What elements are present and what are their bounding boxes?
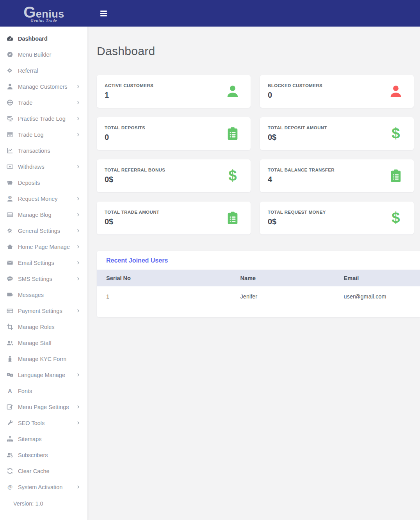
- stat-card-total-trade-amount: TOTAL TRADE AMOUNT0$: [97, 202, 251, 234]
- compass-icon: [6, 51, 14, 58]
- clipboard-icon: [388, 168, 404, 184]
- sidebar-item-practise-trade-log[interactable]: Practise Trade Log: [0, 111, 87, 127]
- sidebar-item-manage-blog[interactable]: Manage Blog: [0, 207, 87, 223]
- sidebar-item-label: Home Page Manage: [18, 244, 70, 250]
- sidebar-item-menu-builder[interactable]: Menu Builder: [0, 46, 87, 63]
- crop-icon: [6, 323, 14, 331]
- sidebar-item-manage-kyc-form[interactable]: Manage KYC Form: [0, 351, 87, 367]
- stat-value: 0$: [105, 217, 159, 226]
- stat-card-total-deposits: TOTAL DEPOSITS0: [97, 117, 251, 150]
- sidebar-item-manage-roles[interactable]: Manage Roles: [0, 319, 87, 335]
- chevron-right-icon: [76, 421, 80, 425]
- sidebar-item-label: Sitemaps: [18, 436, 41, 442]
- stat-label: ACTIVE CUSTOMERS: [105, 83, 153, 88]
- edit-icon: [6, 403, 14, 411]
- stat-card-total-request-money: TOTAL REQUEST MONEY0$: [260, 202, 414, 234]
- sidebar-item-general-settings[interactable]: General Settings: [0, 223, 87, 239]
- sidebar-item-referral[interactable]: Referral: [0, 63, 87, 79]
- globe-icon: [6, 99, 14, 106]
- dollar-icon: [225, 168, 240, 184]
- sidebar-item-withdraws[interactable]: Withdraws: [0, 159, 87, 175]
- dollar-icon: [388, 210, 404, 226]
- sidebar-item-payment-settings[interactable]: Payment Settings: [0, 303, 87, 319]
- version-label: Version: 1.0: [0, 495, 87, 507]
- sidebar-item-label: Manage Customers: [18, 84, 68, 90]
- brand-logo[interactable]: Genius Genius Trade: [0, 4, 88, 23]
- sidebar-item-manage-staff[interactable]: Manage Staff: [0, 335, 87, 351]
- sidebar-item-dashboard[interactable]: Dashboard: [0, 30, 87, 46]
- stat-info: TOTAL DEPOSIT AMOUNT0$: [268, 125, 327, 142]
- mail-check-icon: [6, 291, 14, 298]
- chevron-right-icon: [76, 100, 80, 105]
- stat-info: TOTAL DEPOSITS0: [105, 125, 145, 142]
- sidebar-item-messages[interactable]: Messages: [0, 287, 87, 303]
- money-bill-icon: [6, 163, 14, 170]
- stat-label: BLOCKED CUSTOMERS: [268, 83, 322, 88]
- sidebar-item-subscribers[interactable]: Subscribers: [0, 447, 87, 463]
- sidebar-item-label: SEO Tools: [18, 420, 44, 426]
- table-body: 1Jeniferuser@gmail.com: [97, 286, 420, 307]
- chevron-right-icon: [76, 213, 80, 217]
- chart-line-icon: [6, 147, 14, 154]
- sidebar-item-label: Referral: [18, 68, 38, 74]
- sidebar-item-seo-tools[interactable]: SEO Tools: [0, 415, 87, 431]
- sidebar-item-label: Payment Settings: [18, 308, 62, 314]
- sidebar-item-sms-settings[interactable]: SMS Settings: [0, 271, 87, 287]
- column-header-name: Name: [231, 270, 335, 286]
- recent-users-table: Serial No Name Email 1Jeniferuser@gmail.…: [97, 270, 420, 307]
- top-header: Genius Genius Trade: [0, 0, 420, 27]
- recent-users-card: Recent Joined Users Serial No Name Email…: [97, 251, 420, 317]
- sidebar-menu: DashboardMenu BuilderReferralManage Cust…: [0, 30, 87, 495]
- sidebar-item-fonts[interactable]: Fonts: [0, 383, 87, 399]
- chevron-right-icon: [76, 245, 80, 249]
- sidebar-item-label: Menu Page Settings: [18, 404, 69, 410]
- stat-label: TOTAL DEPOSIT AMOUNT: [268, 125, 327, 130]
- font-icon: [6, 387, 14, 395]
- helicopter-icon: [6, 115, 14, 122]
- sidebar-item-label: Language Manage: [18, 372, 65, 378]
- sidebar-item-label: Manage Roles: [18, 324, 55, 330]
- sidebar-item-deposits[interactable]: Deposits: [0, 175, 87, 191]
- stat-info: TOTAL BALANCE TRANSFER4: [268, 168, 335, 184]
- sidebar-item-email-settings[interactable]: Email Settings: [0, 255, 87, 271]
- chevron-right-icon: [76, 277, 80, 281]
- sidebar-item-label: Clear Cache: [18, 468, 50, 474]
- sidebar-item-label: Email Settings: [18, 260, 54, 266]
- sidebar-item-label: Request Money: [18, 196, 58, 202]
- hamburger-menu-icon[interactable]: [99, 8, 109, 19]
- at-icon: [6, 483, 14, 491]
- sidebar-item-transactions[interactable]: Transactions: [0, 143, 87, 159]
- sidebar-item-language-manage[interactable]: Language Manage: [0, 367, 87, 383]
- sidebar-item-label: SMS Settings: [18, 276, 52, 282]
- chevron-right-icon: [76, 309, 80, 313]
- child-icon: [6, 355, 14, 363]
- sidebar-item-clear-cache[interactable]: Clear Cache: [0, 463, 87, 479]
- sidebar-item-label: Transactions: [18, 148, 50, 154]
- credit-card-icon: [6, 307, 14, 315]
- stat-info: TOTAL TRADE AMOUNT0$: [105, 210, 159, 226]
- sidebar-item-label: Practise Trade Log: [18, 116, 66, 122]
- chevron-right-icon: [76, 197, 80, 201]
- clipboard-icon: [225, 210, 240, 226]
- sidebar-item-label: Subscribers: [18, 452, 48, 458]
- sidebar-item-home-page-manage[interactable]: Home Page Manage: [0, 239, 87, 255]
- sidebar-item-sitemaps[interactable]: Sitemaps: [0, 431, 87, 447]
- sidebar-item-label: Manage Staff: [18, 340, 52, 346]
- column-header-serial: Serial No: [97, 270, 231, 286]
- stat-value: 1: [105, 91, 153, 100]
- sidebar-item-trade[interactable]: Trade: [0, 95, 87, 111]
- sidebar-item-request-money[interactable]: Request Money: [0, 191, 87, 207]
- stat-label: TOTAL REQUEST MONEY: [268, 210, 326, 214]
- sidebar-item-trade-log[interactable]: Trade Log: [0, 127, 87, 143]
- sidebar-item-label: Manage Blog: [18, 212, 51, 218]
- users-icon: [6, 339, 14, 347]
- stat-cards-grid: ACTIVE CUSTOMERS1BLOCKED CUSTOMERS0TOTAL…: [97, 75, 414, 234]
- sidebar-item-manage-customers[interactable]: Manage Customers: [0, 79, 87, 95]
- comment-icon: [6, 275, 14, 282]
- sidebar-item-system-activation[interactable]: System Activation: [0, 479, 87, 495]
- main-content: Dashboard ACTIVE CUSTOMERS1BLOCKED CUSTO…: [88, 27, 420, 520]
- stat-label: TOTAL BALANCE TRANSFER: [268, 168, 335, 172]
- sidebar-item-menu-page-settings[interactable]: Menu Page Settings: [0, 399, 87, 415]
- stat-label: TOTAL REFERRAL BONUS: [105, 168, 165, 172]
- dollar-icon: [388, 126, 404, 141]
